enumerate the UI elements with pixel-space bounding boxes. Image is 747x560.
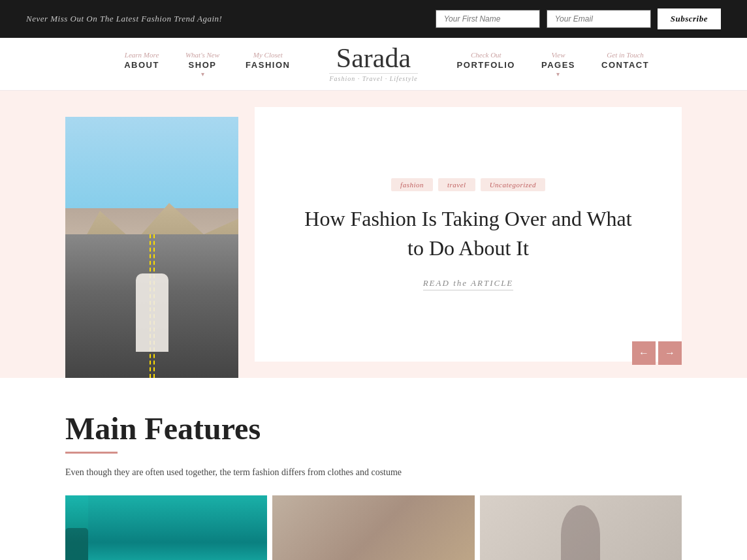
feature-image-3 (480, 495, 682, 560)
hero-image (65, 117, 238, 378)
nav-contact[interactable]: Get in Touch CONTACT (601, 51, 649, 70)
nav-right: Check Out PORTFOLIO View PAGES ▾ Get in … (418, 51, 721, 78)
subscribe-form: Subscribe (436, 8, 721, 29)
hero-content: fashion travel Uncategorized How Fashion… (255, 107, 682, 362)
nav-about[interactable]: Learn More ABOUT (124, 51, 159, 70)
nav-fashion[interactable]: My Closet FASHION (246, 51, 290, 70)
hero-prev-button[interactable]: ← (632, 341, 656, 365)
person-figure-1 (65, 528, 88, 560)
person-figure-3 (561, 505, 600, 560)
pages-dropdown-arrow: ▾ (541, 70, 575, 78)
hero-image-wrap (65, 91, 255, 378)
navbar: Learn More ABOUT What's New SHOP ▾ My Cl… (0, 38, 747, 91)
feature-image-2 (272, 495, 474, 560)
top-bar: Never Miss Out On The Latest Fashion Tre… (0, 0, 747, 38)
hero-read-article-link[interactable]: READ the ARTICLE (423, 278, 514, 290)
shop-dropdown-arrow: ▾ (185, 70, 219, 78)
subscribe-button[interactable]: Subscribe (658, 8, 721, 29)
nav-left: Learn More ABOUT What's New SHOP ▾ My Cl… (26, 51, 329, 78)
first-name-input[interactable] (436, 10, 540, 28)
hero-next-button[interactable]: → (658, 341, 682, 365)
tag-uncategorized[interactable]: Uncategorized (481, 178, 545, 191)
hero-title: How Fashion Is Taking Over and What to D… (294, 204, 643, 263)
features-section: Main Features Even though they are often… (0, 378, 747, 560)
features-images (65, 495, 682, 560)
features-description: Even though they are often used together… (65, 465, 588, 480)
tag-travel[interactable]: travel (438, 178, 475, 191)
hero-nav-buttons: ← → (632, 341, 682, 365)
tag-fashion[interactable]: fashion (391, 178, 433, 191)
hero-tags: fashion travel Uncategorized (391, 178, 545, 191)
logo[interactable]: Sarada Fashion · Travel · Lifestyle (329, 44, 417, 84)
nav-shop[interactable]: What's New SHOP ▾ (185, 51, 219, 78)
nav-pages[interactable]: View PAGES ▾ (541, 51, 575, 78)
features-underline (65, 452, 118, 454)
email-input[interactable] (547, 10, 651, 28)
announcement-text: Never Miss Out On The Latest Fashion Tre… (26, 14, 222, 24)
nav-portfolio[interactable]: Check Out PORTFOLIO (457, 51, 515, 70)
feature-image-1 (65, 495, 267, 560)
hero-section: fashion travel Uncategorized How Fashion… (0, 91, 747, 378)
features-title: Main Features (65, 411, 682, 446)
person-silhouette (136, 273, 168, 352)
